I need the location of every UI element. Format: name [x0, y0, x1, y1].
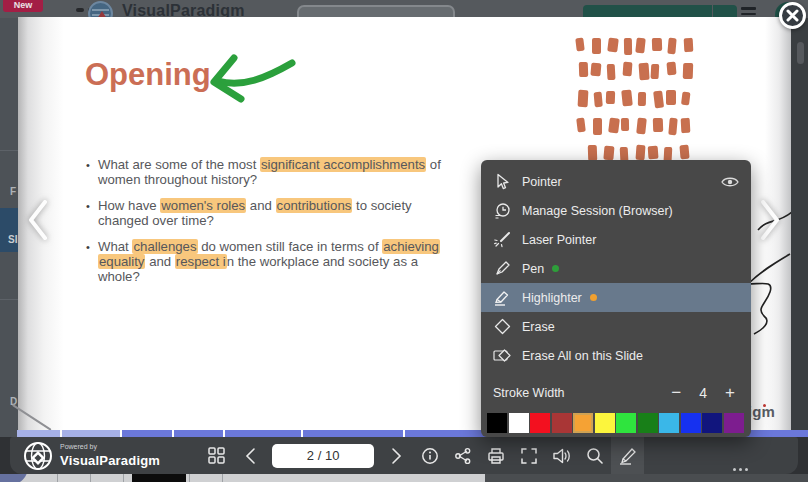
erase-all-icon — [493, 347, 511, 365]
powered-by-label: Powered by — [60, 443, 160, 450]
bullet-item: What are some of the most significant ac… — [86, 157, 444, 187]
highlighted-text: respect i — [175, 254, 227, 269]
sidebar-item-slides-active[interactable]: SI — [0, 208, 18, 252]
session-clock-icon — [493, 202, 511, 220]
stroke-width-label: Stroke Width — [493, 386, 565, 400]
highlighted-text: challenges — [132, 239, 197, 254]
new-badge: New — [3, 0, 43, 12]
progress-segment[interactable] — [122, 430, 172, 437]
bullet-list: What are some of the most significant ac… — [86, 157, 444, 295]
volume-button[interactable] — [545, 437, 578, 474]
menu-item-erase-all[interactable]: Erase All on this Slide — [481, 341, 751, 370]
draw-tools-menu: Pointer Manage Session (Browser) Laser P… — [481, 160, 751, 437]
plain-text: and — [246, 198, 275, 213]
menu-item-pointer[interactable]: Pointer — [481, 167, 751, 196]
menu-item-erase[interactable]: Erase — [481, 312, 751, 341]
orange-dash-doodle — [568, 32, 718, 174]
presentation-toolbar: Powered by VisualParadigm 2 / 10 — [10, 437, 798, 474]
close-button[interactable] — [779, 2, 806, 29]
color-swatch[interactable] — [681, 413, 701, 433]
menu-item-label: Erase — [522, 320, 555, 334]
menu-item-label: Highlighter — [522, 291, 582, 305]
progress-segment[interactable] — [17, 430, 60, 437]
color-swatch[interactable] — [595, 413, 615, 433]
pointer-icon — [493, 173, 511, 191]
color-swatch[interactable] — [552, 413, 572, 433]
fullscreen-button[interactable] — [512, 437, 545, 474]
stroke-increase-button[interactable]: + — [721, 384, 739, 402]
color-swatch[interactable] — [724, 413, 744, 433]
pen-icon — [493, 260, 511, 278]
page-indicator[interactable]: 2 / 10 — [272, 444, 374, 468]
plain-text: What are some of the most — [98, 157, 260, 172]
draw-tools-button[interactable] — [611, 437, 644, 474]
sidebar-item-f[interactable]: F — [10, 186, 16, 197]
color-palette — [481, 410, 751, 433]
stroke-width-row: Stroke Width − 4 + — [481, 376, 751, 410]
highlighter-icon — [493, 289, 511, 307]
highlighted-text: significant accomplishments — [260, 157, 426, 172]
info-button[interactable] — [413, 437, 446, 474]
progress-segment[interactable] — [225, 430, 301, 437]
color-swatch[interactable] — [487, 413, 507, 433]
plain-text: do women still face in terms of — [198, 239, 383, 254]
menu-item-pen[interactable]: Pen — [481, 254, 751, 283]
more-options-dots[interactable] — [733, 468, 748, 471]
menu-item-label: Manage Session (Browser) — [522, 204, 673, 218]
plain-text: and — [145, 254, 174, 269]
watermark-i-dot — [763, 404, 766, 407]
share-button[interactable] — [446, 437, 479, 474]
highlighted-text: women's roles — [160, 198, 246, 213]
highlighter-color-dot — [590, 294, 597, 301]
eye-icon[interactable] — [721, 176, 739, 188]
stroke-width-value: 4 — [699, 385, 707, 401]
color-swatch[interactable] — [530, 413, 550, 433]
bullet-item: What challenges do women still face in t… — [86, 239, 444, 284]
color-swatch[interactable] — [638, 413, 658, 433]
prev-page-button[interactable] — [233, 437, 266, 474]
menu-item-label: Laser Pointer — [522, 233, 596, 247]
next-page-button[interactable] — [380, 437, 413, 474]
pen-color-dot — [552, 265, 559, 272]
background-page-bottom — [0, 474, 808, 482]
previous-slide-arrow[interactable] — [24, 198, 50, 242]
background-page-header: New VisualParadigm — [0, 0, 808, 18]
stroke-decrease-button[interactable]: − — [667, 384, 685, 402]
grid-overview-button[interactable] — [200, 437, 233, 474]
bullet-item: How have women's roles and contributions… — [86, 198, 444, 228]
powered-by-logo: Powered by VisualParadigm — [22, 440, 160, 472]
progress-segment[interactable] — [303, 430, 403, 437]
scrollbar-thumb[interactable] — [797, 42, 804, 64]
menu-item-label: Pen — [522, 262, 544, 276]
erase-icon — [493, 318, 511, 336]
slide-title: Opening — [85, 57, 211, 93]
plain-text: What — [98, 239, 132, 254]
color-swatch[interactable] — [616, 413, 636, 433]
print-button[interactable] — [479, 437, 512, 474]
vp-globe-icon — [22, 440, 54, 472]
laser-pointer-icon — [493, 231, 511, 249]
plain-text: How have — [98, 198, 160, 213]
menu-item-manage-session[interactable]: Manage Session (Browser) — [481, 196, 751, 225]
zoom-search-button[interactable] — [578, 437, 611, 474]
menu-item-label: Pointer — [522, 175, 562, 189]
next-slide-arrow[interactable] — [758, 198, 784, 242]
color-swatch[interactable] — [573, 413, 593, 433]
menu-item-laser-pointer[interactable]: Laser Pointer — [481, 225, 751, 254]
progress-segment[interactable] — [62, 430, 120, 437]
color-swatch[interactable] — [659, 413, 679, 433]
color-swatch[interactable] — [702, 413, 722, 433]
progress-segment[interactable] — [174, 430, 223, 437]
menu-item-label: Erase All on this Slide — [522, 349, 643, 363]
green-arrow-doodle — [196, 53, 301, 105]
color-swatch[interactable] — [509, 413, 529, 433]
toolbar-brand: VisualParadigm — [60, 453, 160, 468]
highlighted-text: contributions — [276, 198, 353, 213]
menu-item-highlighter[interactable]: Highlighter — [481, 283, 751, 312]
